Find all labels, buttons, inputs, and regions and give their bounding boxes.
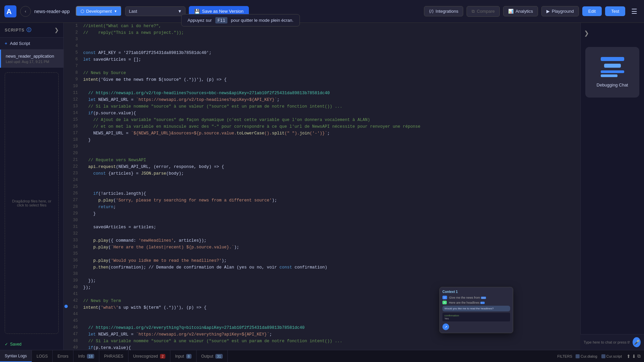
code-line: 11 // https://newsapi.org/v2/top-headlin… xyxy=(64,90,580,97)
code-line: 22 api.request(NEWS_API_URL, (error, res… xyxy=(64,164,580,170)
tab-output[interactable]: Output 31 xyxy=(197,350,228,362)
tab-syntax-logs[interactable]: Syntax Logs xyxy=(0,350,32,362)
right-collapse-button[interactable]: ❯ xyxy=(584,29,589,37)
code-line: 7 xyxy=(64,63,580,70)
integrations-icon: ⟨/⟩ xyxy=(429,9,434,14)
cur-script-checkbox[interactable] xyxy=(601,354,605,358)
file-drop-area[interactable]: Drag&drop files here, or click to select… xyxy=(5,72,59,334)
save-icon: 💾 xyxy=(194,9,200,14)
code-line: 6let savedArticles = []; xyxy=(64,56,580,63)
code-line: 34 p.play(`Here are the (latest|recent) … xyxy=(64,244,580,251)
sidebar-collapse-button[interactable]: ❯ xyxy=(54,27,59,33)
code-line: 21 // Requete vers NewsAPI xyxy=(64,157,580,164)
tab-unrecognized[interactable]: Unrecognized 2 xyxy=(128,350,170,362)
code-line: 31 savedArticles = articles; xyxy=(64,224,580,231)
line-content: // et on met la variable en minuscule av… xyxy=(83,124,580,130)
tab-input[interactable]: Input 8 xyxy=(170,350,197,362)
cur-dialog-checkbox[interactable] xyxy=(576,354,580,358)
debug-bar-4 xyxy=(601,74,618,77)
code-line: 36 p.play('Would you lidke me to read th… xyxy=(64,257,580,264)
code-line: 32 xyxy=(64,231,580,237)
line-number: 31 xyxy=(68,224,83,229)
integrations-button[interactable]: ⟨/⟩ Integrations xyxy=(424,6,464,16)
chat-input[interactable] xyxy=(584,340,630,344)
code-line: 25 xyxy=(64,184,580,190)
line-number: 13 xyxy=(68,104,83,109)
environment-icon: ⬡ xyxy=(80,9,84,14)
line-content xyxy=(83,251,580,257)
tab-info[interactable]: Info 18 xyxy=(73,350,99,362)
breakpoint-dot xyxy=(64,305,68,308)
code-line: 28 return; xyxy=(64,204,580,210)
unrecognized-badge: 2 xyxy=(160,354,165,359)
tooltip-suffix: pour quitter le mode plein écran. xyxy=(228,18,293,23)
script-date: Last upd: Aug 17, 9:21 PM xyxy=(6,60,59,64)
code-line: 3 xyxy=(64,36,580,43)
saved-label: Saved xyxy=(10,342,21,347)
compare-button[interactable]: ⧉ Compare xyxy=(467,6,499,17)
line-content: // News by Source xyxy=(83,70,580,76)
environment-selector[interactable]: ⬡ Development ▼ xyxy=(76,6,122,16)
main-content: SCRIPTS ⓘ ❯ + Add Script news_reader_app… xyxy=(0,23,644,350)
code-line: 9intent('Give me the news from $(source"… xyxy=(64,76,580,83)
analytics-icon: 📊 xyxy=(508,9,514,14)
edit-button[interactable]: Edit xyxy=(582,6,602,16)
line-content: const API_KEY = '271ab10f2f25431da89813b… xyxy=(83,50,580,56)
line-number: 23 xyxy=(68,171,83,176)
code-line: 15 // Ajout de la variable "sources" de … xyxy=(64,117,580,123)
playground-button[interactable]: ▶ Playground xyxy=(541,6,579,16)
line-content: const {articles} = JSON.parse(body); xyxy=(83,171,580,177)
code-line: 16 // et on met la variable en minuscule… xyxy=(64,123,580,130)
line-number: 46 xyxy=(68,325,83,330)
line-number: 22 xyxy=(68,164,83,169)
mic-button[interactable]: 🎤 xyxy=(633,337,641,347)
line-number: 34 xyxy=(68,244,83,249)
menu-button[interactable]: ☰ xyxy=(629,6,640,17)
line-content: if(p.source.value){ xyxy=(83,110,580,116)
scroll-down-button[interactable]: ⬇ xyxy=(632,354,636,359)
test-button[interactable]: Test xyxy=(605,6,625,16)
line-number: 37 xyxy=(68,264,83,269)
line-number: 44 xyxy=(68,311,83,316)
add-script-button[interactable]: + Add Script xyxy=(0,38,63,50)
analytics-label: Analytics xyxy=(516,9,533,14)
line-number: 9 xyxy=(68,77,83,82)
cur-dialog-filter[interactable]: Cur.dialog xyxy=(576,354,597,358)
code-line: 14 if(p.source.value){ xyxy=(64,110,580,117)
line-number: 48 xyxy=(68,338,83,343)
script-item[interactable]: news_reader_application Last upd: Aug 17… xyxy=(0,50,63,68)
line-number: 45 xyxy=(68,318,83,323)
version-selector[interactable]: Last ▼ xyxy=(125,6,185,16)
code-editor[interactable]: 1//intent("What can i do here?",2// repl… xyxy=(64,23,580,350)
code-line: 33 p.play({ command: 'newHeadlines', art… xyxy=(64,237,580,244)
add-script-label: Add Script xyxy=(10,41,30,46)
code-line: 4 xyxy=(64,43,580,50)
line-content: let NEWS_API_URL = `https://newsapi.org/… xyxy=(83,97,580,103)
line-content xyxy=(83,231,580,237)
cur-script-filter[interactable]: Cur.script xyxy=(601,354,622,358)
fullscreen-tooltip: Appuyez sur F11 pour quitter le mode ple… xyxy=(181,14,300,26)
saved-status: ✓ Saved xyxy=(0,339,63,350)
tab-phrases[interactable]: PHRASES xyxy=(99,350,128,362)
tab-logs[interactable]: LOGS xyxy=(32,350,53,362)
line-number: 16 xyxy=(68,124,83,129)
line-content: intent('Give me the news from $(source" … xyxy=(83,77,580,83)
line-number: 43 xyxy=(68,305,83,310)
code-line: 1//intent("What can i do here?", xyxy=(64,23,580,29)
scroll-up-button[interactable]: ⬆ xyxy=(627,354,631,359)
line-number: 28 xyxy=(68,204,83,209)
code-line: 27 p.play('Sorry, please try searching f… xyxy=(64,197,580,204)
line-number: 10 xyxy=(68,83,83,88)
mini-confirm: confirmation Yes xyxy=(442,313,510,321)
analytics-button[interactable]: 📊 Analytics xyxy=(503,6,538,16)
mini-label-2: A xyxy=(442,301,447,304)
cur-dialog-label: Cur.dialog xyxy=(581,354,597,358)
copy-button[interactable]: ⧉ xyxy=(637,353,641,359)
debug-bar-1 xyxy=(601,57,624,61)
code-line: 20 xyxy=(64,150,580,157)
line-number: 38 xyxy=(68,271,83,276)
line-content xyxy=(83,83,580,89)
playground-icon: ▶ xyxy=(546,9,550,14)
tab-errors[interactable]: Errors xyxy=(53,350,73,362)
back-button[interactable]: ‹ xyxy=(20,6,31,17)
